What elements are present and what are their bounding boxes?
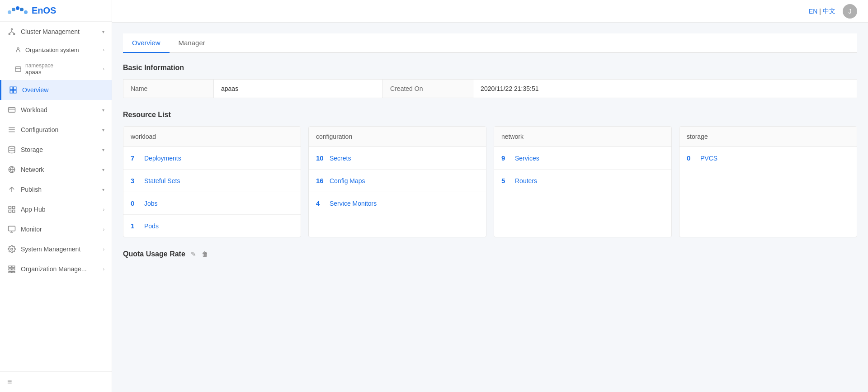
resource-item[interactable]: 5Routers (494, 170, 671, 192)
resource-label: Stateful Sets (144, 177, 180, 184)
system-mgmt-arrow: › (103, 247, 104, 252)
svg-rect-38 (12, 269, 15, 270)
lang-en[interactable]: EN (809, 8, 817, 15)
resource-grid: workload7Deployments3Stateful Sets0Jobs1… (123, 126, 857, 237)
namespace-icon (14, 66, 22, 73)
created-on-header: Created On (383, 80, 473, 98)
sidebar-bottom-menu[interactable]: ≡ (0, 371, 112, 392)
resource-card-workload: workload7Deployments3Stateful Sets0Jobs1… (123, 126, 301, 237)
resource-label: PVCS (700, 155, 717, 162)
monitor-arrow: › (103, 227, 104, 232)
resource-count: 5 (501, 177, 510, 184)
svg-point-23 (9, 146, 15, 149)
sidebar-item-publish[interactable]: Publish ▾ (0, 179, 112, 199)
user-avatar[interactable]: J (843, 4, 857, 19)
tab-overview[interactable]: Overview (123, 33, 170, 53)
resource-label: Jobs (144, 200, 158, 207)
resource-count: 0 (131, 199, 140, 207)
sidebar-item-namespace[interactable]: namespace apaas › (0, 58, 112, 80)
sidebar-item-storage[interactable]: Storage ▾ (0, 140, 112, 160)
app-hub-arrow: › (103, 207, 104, 212)
resource-count: 1 (131, 222, 140, 230)
main-area: EN | 中文 J Overview Manager Basic Informa… (112, 0, 868, 392)
resource-item[interactable]: 0PVCS (679, 147, 857, 169)
resource-item[interactable]: 16Config Maps (309, 170, 486, 192)
svg-rect-29 (9, 210, 11, 213)
resource-item[interactable]: 4Service Monitors (309, 192, 486, 214)
resource-item[interactable]: 1Pods (123, 215, 301, 237)
resource-count: 16 (316, 177, 325, 184)
svg-point-6 (9, 33, 10, 35)
svg-point-1 (12, 8, 15, 11)
network-label: Network (21, 166, 102, 173)
sidebar-item-monitor[interactable]: Monitor › (0, 219, 112, 239)
resource-label: Service Monitors (330, 200, 377, 207)
sidebar-item-app-hub[interactable]: App Hub › (0, 199, 112, 219)
workload-arrow: ▾ (102, 108, 104, 113)
sidebar-item-system-management[interactable]: System Management › (0, 239, 112, 259)
svg-line-9 (9, 32, 12, 33)
storage-icon (7, 145, 16, 154)
svg-rect-28 (13, 206, 15, 208)
resource-card-header-workload: workload (123, 127, 301, 147)
publish-arrow: ▾ (102, 187, 104, 192)
quota-edit-icon[interactable]: ✎ (191, 250, 196, 258)
sidebar-item-organization-system[interactable]: Organization system › (0, 42, 112, 58)
tab-manager[interactable]: Manager (170, 33, 214, 53)
cluster-management-label: Cluster Management (21, 28, 102, 35)
basic-info-table: Name apaas Created On 2020/11/22 21:35:5… (123, 79, 857, 98)
svg-point-2 (16, 6, 19, 10)
sidebar-item-network[interactable]: Network ▾ (0, 160, 112, 179)
name-value: apaas (214, 80, 383, 98)
svg-rect-35 (9, 266, 11, 267)
app-hub-icon (7, 205, 16, 214)
sidebar-item-cluster-management[interactable]: Cluster Management ▾ (0, 22, 112, 42)
resource-item[interactable]: 7Deployments (123, 147, 301, 170)
resource-count: 3 (131, 177, 140, 184)
language-switcher: EN | 中文 (809, 7, 835, 15)
resource-count: 7 (131, 154, 140, 162)
svg-point-0 (8, 10, 11, 14)
resource-item[interactable]: 0Jobs (123, 192, 301, 215)
lang-zh[interactable]: 中文 (823, 7, 835, 15)
svg-rect-36 (12, 266, 15, 267)
svg-point-5 (11, 28, 13, 30)
svg-point-3 (20, 8, 24, 11)
resource-label: Pods (144, 222, 159, 230)
org-mgmt-icon (7, 264, 16, 274)
sidebar-item-overview[interactable]: Overview (0, 80, 112, 100)
basic-info-title: Basic Information (123, 64, 857, 72)
org-icon (14, 46, 22, 53)
resource-label: Services (515, 155, 539, 162)
resource-label: Secrets (330, 155, 351, 162)
resource-item[interactable]: 9Services (494, 147, 671, 170)
sidebar-item-configuration[interactable]: Configuration ▾ (0, 120, 112, 140)
resource-list-title: Resource List (123, 111, 857, 119)
quota-section: Quota Usage Rate ✎ 🗑 (123, 250, 857, 258)
resource-count: 10 (316, 154, 325, 162)
sidebar-item-org-management[interactable]: Organization Manage... › (0, 259, 112, 279)
resource-item[interactable]: 3Stateful Sets (123, 170, 301, 192)
svg-rect-17 (14, 90, 16, 93)
resource-label: Routers (515, 177, 537, 184)
org-mgmt-label: Organization Manage... (21, 265, 103, 273)
monitor-icon (7, 225, 16, 234)
cluster-icon (7, 27, 16, 36)
svg-point-11 (17, 47, 19, 49)
svg-rect-39 (9, 271, 11, 273)
overview-label: Overview (22, 86, 104, 94)
resource-label: Deployments (144, 155, 181, 162)
namespace-value: apaas (25, 69, 103, 76)
resource-card-body-configuration: 10Secrets16Config Maps4Service Monitors (309, 147, 486, 214)
sidebar-item-workload[interactable]: Workload ▾ (0, 100, 112, 120)
quota-delete-icon[interactable]: 🗑 (202, 250, 208, 258)
resource-count: 4 (316, 199, 325, 207)
configuration-label: Configuration (21, 126, 102, 133)
system-mgmt-icon (7, 245, 16, 254)
svg-rect-18 (9, 108, 15, 113)
resource-item[interactable]: 10Secrets (309, 147, 486, 170)
resource-card-storage: storage0PVCS (679, 126, 857, 237)
svg-rect-16 (10, 90, 13, 93)
publish-icon (7, 185, 16, 194)
configuration-arrow: ▾ (102, 128, 104, 132)
